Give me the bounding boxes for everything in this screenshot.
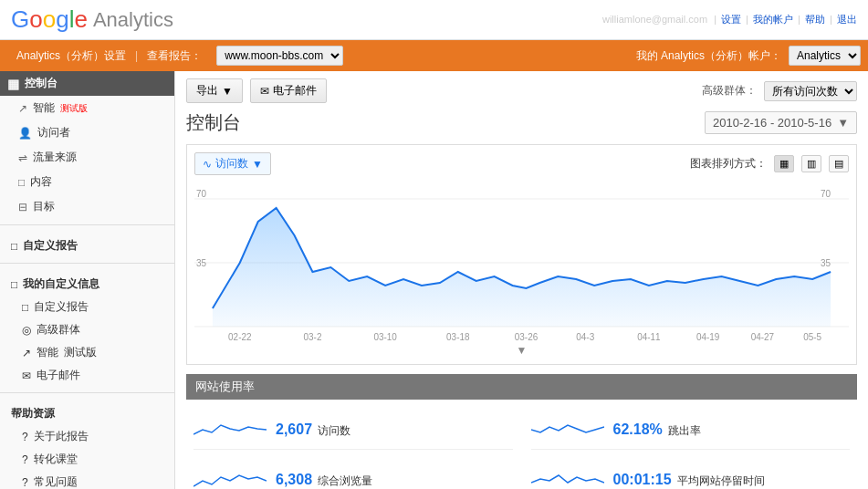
nav-analytics-settings[interactable]: Analytics（分析）设置 [7,40,135,71]
intelligence-sub-beta: 测试版 [64,345,97,360]
custom-reports-icon: □ [11,240,17,253]
goals-icon: ⊟ [18,201,27,213]
custom-reports-sub-icon: □ [22,301,28,314]
svg-text:03-10: 03-10 [373,332,397,342]
sidebar-item-traffic[interactable]: ⇌ 流量来源 [0,145,174,170]
faq-icon: ? [22,476,28,489]
svg-text:04-27: 04-27 [751,332,775,342]
header: Google Analytics williamlone@gmail.com |… [0,0,868,40]
sidebar-custom-reports-title[interactable]: □ 自定义报告 [0,231,174,257]
sidebar-item-content[interactable]: □ 内容 [0,170,174,194]
sidebar-intelligence-label: 智能 [33,100,55,116]
account-link[interactable]: 我的帐户 [753,14,793,25]
site-selector[interactable]: www.moon-bbs.com [216,46,343,66]
sidebar-dashboard-header[interactable]: ▦ 控制台 [0,71,174,96]
svg-text:70: 70 [821,189,831,199]
sidebar-item-intelligence[interactable]: ↗ 智能 测试版 [0,96,174,120]
svg-text:70: 70 [196,189,207,199]
chart-layout-label: 图表排列方式： [690,156,767,172]
sidebar-custom-reports-label: 自定义报告 [23,238,78,254]
toolbar-left: 导出 ▼ ✉ 电子邮件 [186,78,327,103]
page-title: 控制台 [186,110,241,135]
chart-container: ∿ 访问数 ▼ 图表排列方式： ▦ ▥ ▤ [186,144,857,365]
google-logo-text: Google [11,5,88,34]
sidebar-about-report[interactable]: ? 关于此报告 [0,425,174,448]
about-report-icon: ? [22,431,28,443]
sidebar-advanced-segments[interactable]: ◎ 高级群体 [0,318,174,341]
email-btn-label: 电子邮件 [273,83,317,99]
date-range-text: 2010-2-16 - 2010-5-16 [713,116,831,130]
layout-btn-3[interactable]: ▤ [829,155,849,172]
page-header: 控制台 2010-2-16 - 2010-5-16 ▼ [186,110,857,135]
stat-item-duration: 00:01:15 平均网站停留时间 [531,461,851,489]
layout-btn-2[interactable]: ▥ [801,155,821,172]
sidebar-intelligence-sub[interactable]: ↗ 智能 测试版 [0,341,174,364]
sidebar-visitors-label: 访问者 [37,125,70,140]
scroll-arrow-icon: ▼ [517,344,528,357]
settings-link[interactable]: 设置 [721,14,741,25]
sidebar-faq[interactable]: ? 常见问题 [0,471,174,489]
sidebar-custom-reports-sub[interactable]: □ 自定义报告 [0,296,174,318]
sidebar-conversion-class[interactable]: ? 转化课堂 [0,448,174,471]
sidebar-goals-label: 目标 [33,199,55,214]
pageviews-sparkline [193,466,267,489]
navbar: Analytics（分析）设置 | 查看报告： www.moon-bbs.com… [0,40,868,71]
stat-item-pageviews: 6,308 综合浏览量 [193,461,513,489]
sidebar-my-info-label: 我的自定义信息 [23,276,99,292]
chart-line-icon: ∿ [203,158,212,171]
stat-item-bounce: 62.18% 跳出率 [531,411,851,450]
sidebar-divider-3 [0,392,174,393]
segments-selector[interactable]: 所有访问次数 [764,81,857,101]
layout-btn-1[interactable]: ▦ [774,155,794,172]
date-range-picker[interactable]: 2010-2-16 - 2010-5-16 ▼ [705,111,857,134]
user-email: williamlone@gmail.com [602,14,707,25]
stat-pageviews-text: 6,308 综合浏览量 [276,472,372,489]
date-range-arrow-icon: ▼ [837,116,849,130]
stat-bounce-text: 62.18% 跳出率 [613,421,701,439]
analytics-logo-text: Analytics [93,8,173,32]
metric-label: 访问数 [215,156,248,172]
my-analytics-label: 我的 Analytics（分析）帐户： [636,48,781,64]
stats-title: 网站使用率 [195,380,255,393]
intelligence-sub-label: 智能 [37,345,58,360]
export-button[interactable]: 导出 ▼ [186,78,243,103]
faq-label: 常见问题 [34,474,78,489]
stat-visits-text: 2,607 访问数 [276,421,350,439]
sidebar-dashboard-label: 控制台 [25,76,58,91]
email-btn-icon: ✉ [260,85,269,98]
content-icon: □ [18,176,25,189]
advanced-segments-icon: ◎ [22,324,31,337]
stat-item-visits: 2,607 访问数 [193,411,513,450]
help-link[interactable]: 帮助 [805,14,825,25]
sidebar-traffic-label: 流量来源 [33,150,77,165]
pageviews-label: 综合浏览量 [318,473,372,489]
chart-scroll-handle[interactable]: ▼ [194,344,849,357]
sidebar-divider-2 [0,263,174,264]
logout-link[interactable]: 退出 [837,14,857,25]
link-sep1: | [714,14,719,25]
sidebar-item-goals[interactable]: ⊟ 目标 [0,194,174,219]
metric-selector[interactable]: ∿ 访问数 ▼ [194,152,271,175]
sidebar-item-visitors[interactable]: 👤 访问者 [0,120,174,145]
svg-text:03-2: 03-2 [304,332,322,342]
export-arrow-icon: ▼ [222,85,233,98]
toolbar-right: 高级群体： 所有访问次数 [702,81,857,101]
account-selector[interactable]: Analytics [789,46,861,66]
chart-layout-group: 图表排列方式： ▦ ▥ ▤ [690,155,849,172]
svg-text:03-26: 03-26 [515,332,539,342]
about-report-label: 关于此报告 [34,429,89,444]
sidebar-intelligence-beta: 测试版 [60,102,88,115]
svg-text:03-18: 03-18 [446,332,470,342]
grid-icon: ▦ [7,77,19,91]
site-selector-group: www.moon-bbs.com [216,46,343,66]
stats-grid: 2,607 访问数 62.18% 跳出率 6,308 [186,407,857,489]
chart-header: ∿ 访问数 ▼ 图表排列方式： ▦ ▥ ▤ [194,152,849,175]
svg-text:35: 35 [196,258,207,268]
sidebar-email-sub[interactable]: ✉ 电子邮件 [0,364,174,387]
stats-section-header: 网站使用率 [186,374,857,400]
export-label: 导出 [196,83,218,99]
chart-svg-wrapper: 70 35 70 35 0 [194,181,849,357]
email-button[interactable]: ✉ 电子邮件 [250,78,327,103]
email-label: 电子邮件 [37,368,80,383]
bounce-sparkline [531,416,604,443]
